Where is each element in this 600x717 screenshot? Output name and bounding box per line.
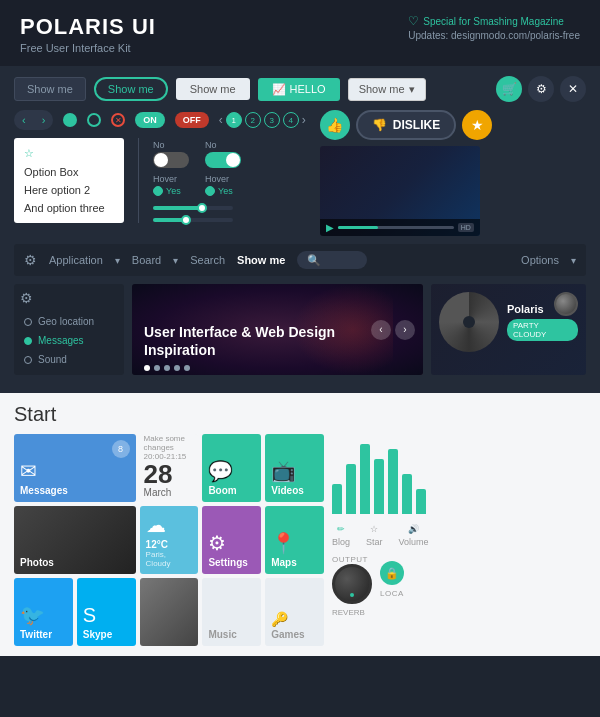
sidebar-radio-messages [24, 337, 32, 345]
toggle-on[interactable]: ON [135, 112, 165, 128]
lock-button[interactable]: 🔒 [380, 561, 404, 585]
tile-weather[interactable]: ☁ 12°C Paris, Cloudy [140, 506, 199, 574]
blog-icon-item[interactable]: ✏ Blog [332, 524, 350, 547]
tile-games[interactable]: 🔑 Games [265, 578, 324, 646]
tile-settings[interactable]: ⚙ Settings [202, 506, 261, 574]
select-button[interactable]: Show me ▾ [348, 78, 426, 101]
tile-calendar[interactable]: Make some changes20:00-21:15 28 March [140, 434, 199, 502]
output-label: OUTPUT [332, 555, 372, 564]
tile-videos[interactable]: 📺 Videos [265, 434, 324, 502]
dislike-button[interactable]: 👎 DISLIKE [356, 110, 456, 140]
volume-icon-item[interactable]: 🔊 Volume [399, 524, 429, 547]
cal-date: 28 [144, 461, 173, 487]
page-dot-2[interactable]: 2 [245, 112, 261, 128]
show-me-button-1[interactable]: Show me [14, 77, 86, 101]
star-icon-item[interactable]: ☆ Star [366, 524, 383, 547]
tile-photos[interactable]: Photos [14, 506, 136, 574]
dropdown-star-item[interactable]: ☆ [14, 144, 124, 163]
sidebar-item-geo[interactable]: Geo location [20, 312, 118, 331]
nav-search[interactable]: Search [190, 254, 225, 266]
carousel-dot-3[interactable] [164, 365, 170, 371]
cart-icon-button[interactable]: 🛒 [496, 76, 522, 102]
output-knob[interactable] [332, 564, 372, 604]
dropdown-option-1[interactable]: Option Box [14, 163, 124, 181]
carousel-dot-4[interactable] [174, 365, 180, 371]
tile-messages[interactable]: 8 ✉ Messages [14, 434, 136, 502]
hello-button[interactable]: 📈 HELLO [258, 78, 340, 101]
nav-show-me[interactable]: Show me [237, 254, 285, 266]
radio-yes-2[interactable] [205, 186, 215, 196]
divider [138, 138, 139, 223]
radio-yes-1[interactable] [153, 186, 163, 196]
checkbox-unchecked[interactable] [87, 113, 101, 127]
video-progress[interactable] [338, 226, 454, 229]
page-dot-1[interactable]: 1 [226, 112, 242, 128]
nav-application[interactable]: Application [49, 254, 103, 266]
video-player: ▶ HD [320, 146, 480, 236]
videos-label: Videos [271, 485, 318, 496]
eq-bar-2 [346, 464, 356, 514]
tile-person[interactable] [140, 578, 199, 646]
sidebar-radio-sound [24, 356, 32, 364]
page-dot-4[interactable]: 4 [283, 112, 299, 128]
slider-section [153, 202, 241, 222]
settings-icon-button[interactable]: ✕ [560, 76, 586, 102]
show-me-button-3[interactable]: Show me [176, 78, 250, 100]
carousel-dot-5[interactable] [184, 365, 190, 371]
play-button[interactable]: ▶ [326, 222, 334, 233]
sidebar-item-sound[interactable]: Sound [20, 350, 118, 369]
carousel-prev[interactable]: ‹ [371, 320, 391, 340]
settings-tile-icon: ⚙ [208, 531, 255, 555]
nav-gear-icon[interactable]: ⚙ [24, 252, 37, 268]
arrow-right-icon[interactable]: › [34, 110, 54, 130]
carousel-dot-1[interactable] [144, 365, 150, 371]
tile-music[interactable]: Music [202, 578, 261, 646]
twitter-label: Twitter [20, 629, 67, 640]
star-icon-button[interactable]: ⚙ [528, 76, 554, 102]
checkbox-checked[interactable] [63, 113, 77, 127]
special-text: Special for [423, 16, 470, 27]
toggle-off[interactable]: OFF [175, 112, 209, 128]
dislike-icon: 👎 [372, 118, 387, 132]
lock-label: LOCA [380, 589, 404, 598]
carousel-dot-2[interactable] [154, 365, 160, 371]
toggle-2[interactable] [205, 152, 241, 168]
slider-thumb-2[interactable] [181, 215, 191, 225]
cd-knob[interactable] [554, 292, 578, 316]
arrow-nav[interactable]: ‹ › [14, 110, 53, 130]
dropdown-box[interactable]: ☆ Option Box Here option 2 And option th… [14, 138, 124, 223]
slider-2[interactable] [153, 218, 233, 222]
dropdown-option-3[interactable]: And option three [14, 199, 124, 217]
eq-bar-3 [360, 444, 370, 514]
slider-1[interactable] [153, 206, 233, 210]
arrow-left-icon[interactable]: ‹ [14, 110, 34, 130]
buttons-row: Show me Show me Show me 📈 HELLO Show me … [14, 76, 586, 102]
show-me-button-2[interactable]: Show me [94, 77, 168, 101]
cal-month: March [144, 487, 172, 498]
slider-thumb-1[interactable] [197, 203, 207, 213]
tile-maps[interactable]: 📍 Maps [265, 506, 324, 574]
nav-board[interactable]: Board [132, 254, 161, 266]
toggle-1[interactable] [153, 152, 189, 168]
cd-player: Polaris PARTY CLOUDY [431, 284, 586, 375]
page-dot-3[interactable]: 3 [264, 112, 280, 128]
star-icon: ☆ [24, 147, 34, 160]
prev-page[interactable]: ‹ [219, 113, 223, 127]
tile-boom[interactable]: 💬 Boom [202, 434, 261, 502]
eq-bar-6 [402, 474, 412, 514]
hover-label-2: Hover [205, 174, 241, 184]
checkbox-x[interactable]: ✕ [111, 113, 125, 127]
tile-twitter[interactable]: 🐦 Twitter [14, 578, 73, 646]
tile-skype[interactable]: S Skype [77, 578, 136, 646]
carousel-next[interactable]: › [395, 320, 415, 340]
sidebar-gear-icon[interactable]: ⚙ [20, 290, 118, 306]
dropdown-option-2[interactable]: Here option 2 [14, 181, 124, 199]
sidebar-item-messages[interactable]: Messages [20, 331, 118, 350]
nav-options[interactable]: Options [521, 254, 559, 266]
special-label: ♡ Special for Smashing Magazine [408, 14, 580, 28]
like-button[interactable]: 👍 [320, 110, 350, 140]
next-page[interactable]: › [302, 113, 306, 127]
toggle-section-1: No Hover Yes [153, 140, 189, 196]
nav-search-input[interactable] [297, 251, 367, 269]
star-button[interactable]: ★ [462, 110, 492, 140]
